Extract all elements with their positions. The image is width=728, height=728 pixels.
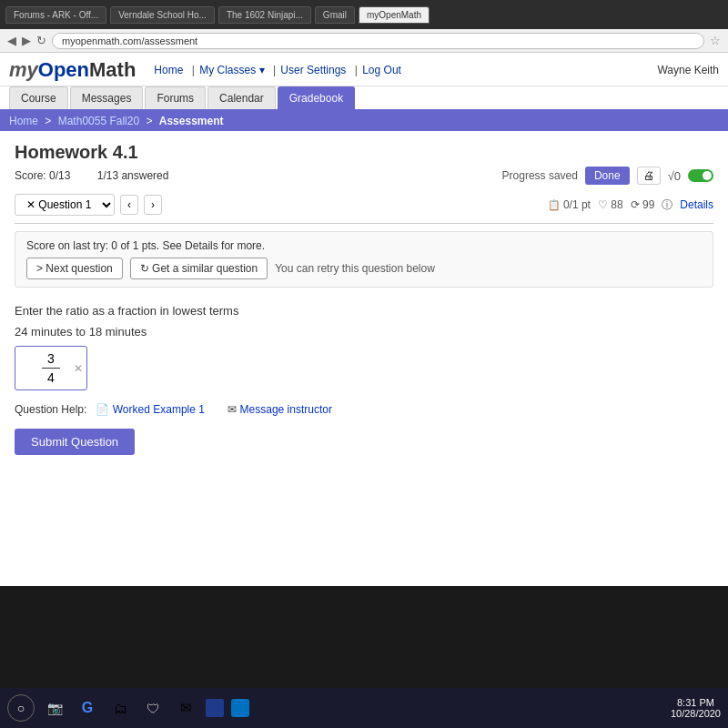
page-content: myOpenMath Home | My Classes ▾ | User Se… xyxy=(0,53,728,586)
browser-tab-forums[interactable]: Forums - ARK - Off... xyxy=(5,6,106,24)
question-subprompt: 24 minutes to 18 minutes xyxy=(15,325,713,339)
question-dropdown[interactable]: ✕ Question 1 xyxy=(15,194,115,216)
breadcrumb-home[interactable]: Home xyxy=(9,115,38,127)
answered-count: 1/13 answered xyxy=(97,169,169,182)
question-help: Question Help: 📄 Worked Example 1 ✉ Mess… xyxy=(15,403,713,416)
tab-calendar[interactable]: Calendar xyxy=(207,86,276,109)
prev-question-btn[interactable]: ‹ xyxy=(120,195,138,215)
breadcrumb-current: Assessment xyxy=(159,115,224,127)
taskbar-circle-icon[interactable] xyxy=(231,699,249,717)
last-try-score: Score on last try: 0 of 1 pts. See Detai… xyxy=(26,239,702,252)
details-link[interactable]: Details xyxy=(680,198,713,211)
browser-tab-ninja[interactable]: The 1602 Ninjapi... xyxy=(218,6,311,24)
back-icon[interactable]: ◀ xyxy=(7,34,16,47)
search-icon: ○ xyxy=(17,701,25,715)
info-icon: ⓘ xyxy=(662,197,672,213)
email-icon: ✉ xyxy=(228,403,237,416)
nav-my-classes[interactable]: My Classes ▾ xyxy=(199,64,264,76)
breadcrumb: Home > Math0055 Fall20 > Assessment xyxy=(0,111,728,131)
toggle-switch[interactable] xyxy=(688,169,713,182)
nav-tabs-bar: Course Messages Forums Calendar Gradeboo… xyxy=(0,86,728,111)
taskbar-shield-icon[interactable]: 🛡 xyxy=(140,695,166,721)
score-value: Score: 0/13 xyxy=(15,169,70,182)
main-content: Homework 4.1 Score: 0/13 1/13 answered P… xyxy=(0,131,728,586)
score-info-box: Score on last try: 0 of 1 pts. See Detai… xyxy=(15,231,713,288)
breadcrumb-course[interactable]: Math0055 Fall20 xyxy=(58,115,139,127)
browser-tabs-bar: Forums - ARK - Off... Verndale School Ho… xyxy=(0,0,728,29)
taskbar-google-icon[interactable]: G xyxy=(75,695,100,721)
tab-messages[interactable]: Messages xyxy=(70,86,144,109)
tab-gradebook[interactable]: Gradebook xyxy=(278,86,355,109)
taskbar-folder-icon[interactable]: 🗂 xyxy=(107,695,133,721)
sqrt-icon: √0 xyxy=(668,169,681,183)
browser-tab-verndale[interactable]: Verndale School Ho... xyxy=(110,6,215,24)
progress-area: Progress saved Done 🖨 √0 xyxy=(502,167,713,185)
points-display: 📋 0/1 pt xyxy=(548,198,591,211)
bookmark-icon[interactable]: ☆ xyxy=(710,34,721,47)
clear-fraction-btn[interactable]: ✕ xyxy=(74,362,83,375)
score-row: Score: 0/13 1/13 answered Progress saved… xyxy=(15,167,713,185)
question-prompt: Enter the ratio as a fraction in lowest … xyxy=(15,304,713,318)
taskbar-mail-icon[interactable]: ✉ xyxy=(173,695,198,721)
search-button[interactable]: ○ xyxy=(7,694,35,722)
homework-title: Homework 4.1 xyxy=(15,142,713,163)
fraction-denominator: 4 xyxy=(42,369,60,386)
forward-icon[interactable]: ▶ xyxy=(22,34,31,47)
address-bar: ◀ ▶ ↻ myopenmath.com/assessment ☆ xyxy=(0,29,728,53)
question-selector-row: ✕ Question 1 ‹ › 📋 0/1 pt ♡ 88 ⟳ 99 ⓘ De… xyxy=(15,194,713,224)
next-question-btn[interactable]: › xyxy=(144,195,162,215)
progress-saved-label: Progress saved xyxy=(502,169,578,182)
refresh-icon-small: ↻ xyxy=(140,262,149,275)
browser-tab-myopenmath[interactable]: myOpenMath xyxy=(359,6,430,24)
question-help-label: Question Help: xyxy=(15,403,86,416)
tab-forums[interactable]: Forums xyxy=(145,86,206,109)
taskbar-time: 8:31 PM 10/28/2020 xyxy=(671,697,721,719)
refresh-icon[interactable]: ↻ xyxy=(36,34,46,47)
browser-tab-gmail[interactable]: Gmail xyxy=(315,6,355,24)
nav-home[interactable]: Home xyxy=(154,64,183,76)
score-info-bar: Score: 0/13 1/13 answered xyxy=(15,169,168,182)
user-name: Wayne Keith xyxy=(657,64,719,76)
fraction-numerator: 3 xyxy=(42,350,60,369)
top-nav: Home | My Classes ▾ | User Settings | Lo… xyxy=(154,64,657,76)
submit-button[interactable]: Submit Question xyxy=(15,429,135,455)
worked-example-icon: 📄 xyxy=(96,403,109,416)
heart-icon: ♡ 88 xyxy=(598,198,623,211)
url-input[interactable]: myopenmath.com/assessment xyxy=(52,33,704,49)
fraction-display: 3 4 xyxy=(23,350,79,386)
nav-log-out[interactable]: Log Out xyxy=(362,64,401,76)
print-icon-btn[interactable]: 🖨 xyxy=(637,167,661,185)
question-area: Enter the ratio as a fraction in lowest … xyxy=(15,297,713,462)
monitor-wrapper: Forums - ARK - Off... Verndale School Ho… xyxy=(0,0,728,728)
taskbar-camera-icon[interactable]: 📷 xyxy=(42,695,67,721)
clock-icon: ⟳ 99 xyxy=(631,198,655,211)
taskbar-box-icon[interactable] xyxy=(206,699,224,717)
tab-course[interactable]: Course xyxy=(9,86,68,109)
chevron-right-icon: > xyxy=(36,262,43,275)
site-logo: myOpenMath xyxy=(9,58,136,82)
fraction-input[interactable]: 3 4 ✕ xyxy=(15,346,87,390)
top-bar: myOpenMath Home | My Classes ▾ | User Se… xyxy=(0,53,728,86)
action-buttons-row: > Next question ↻ Get a similar question… xyxy=(26,258,702,279)
retry-text: You can retry this question below xyxy=(275,262,435,275)
message-instructor-link[interactable]: Message instructor xyxy=(240,403,332,416)
worked-example-link[interactable]: Worked Example 1 xyxy=(113,403,205,416)
taskbar: ○ 📷 G 🗂 🛡 ✉ 8:31 PM 10/28/2020 xyxy=(0,688,728,728)
nav-user-settings[interactable]: User Settings xyxy=(280,64,346,76)
next-question-btn[interactable]: > Next question xyxy=(26,258,123,279)
question-select-group: ✕ Question 1 ‹ › xyxy=(15,194,162,216)
similar-question-btn[interactable]: ↻ Get a similar question xyxy=(130,258,268,279)
done-button[interactable]: Done xyxy=(585,167,630,185)
question-meta: 📋 0/1 pt ♡ 88 ⟳ 99 ⓘ Details xyxy=(548,197,713,213)
